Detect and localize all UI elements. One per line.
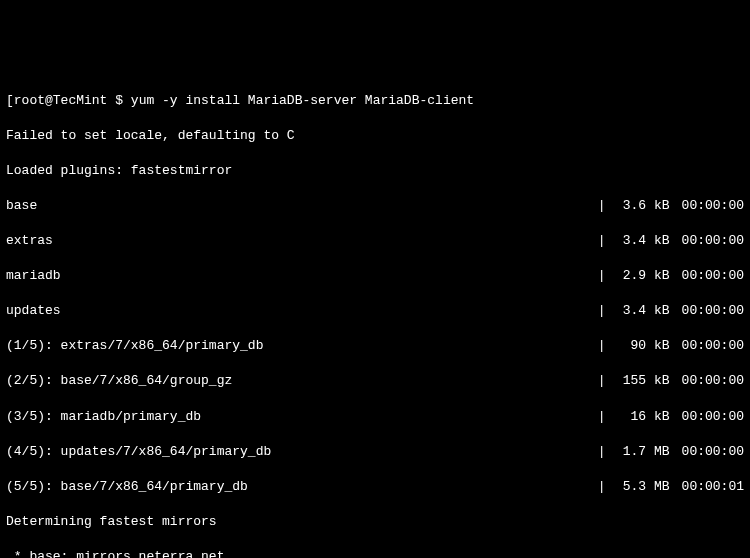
pipe-char: | [594,337,610,355]
repo-line: extras|3.4 kB00:00:00 [6,232,744,250]
download-time: 00:00:00 [670,337,744,355]
download-time: 00:00:00 [670,443,744,461]
repo-size: 3.6 kB [610,197,670,215]
mirrors-header: Determining fastest mirrors [6,513,744,531]
repo-line: updates|3.4 kB00:00:00 [6,302,744,320]
pipe-char: | [594,197,610,215]
download-line: (3/5): mariadb/primary_db|16 kB00:00:00 [6,408,744,426]
download-line: (2/5): base/7/x86_64/group_gz|155 kB00:0… [6,372,744,390]
download-line: (5/5): base/7/x86_64/primary_db|5.3 MB00… [6,478,744,496]
repo-size: 3.4 kB [610,302,670,320]
prompt-separator: $ [115,92,131,110]
download-name: (3/5): mariadb/primary_db [6,408,201,426]
download-size: 5.3 MB [610,478,670,496]
prompt-user-host: [root@TecMint [6,92,115,110]
download-size: 16 kB [610,408,670,426]
mirror-line: * base: mirrors.neterra.net [6,548,744,558]
prompt-line[interactable]: [root@TecMint $ yum -y install MariaDB-s… [6,92,744,110]
repo-name: mariadb [6,267,61,285]
repo-size: 3.4 kB [610,232,670,250]
preamble-line: Loaded plugins: fastestmirror [6,162,744,180]
pipe-char: | [594,302,610,320]
download-time: 00:00:00 [670,372,744,390]
preamble-line: Failed to set locale, defaulting to C [6,127,744,145]
download-size: 90 kB [610,337,670,355]
repo-size: 2.9 kB [610,267,670,285]
repo-line: mariadb|2.9 kB00:00:00 [6,267,744,285]
download-name: (5/5): base/7/x86_64/primary_db [6,478,248,496]
repo-name: extras [6,232,53,250]
download-line: (4/5): updates/7/x86_64/primary_db|1.7 M… [6,443,744,461]
download-size: 155 kB [610,372,670,390]
download-size: 1.7 MB [610,443,670,461]
repo-time: 00:00:00 [670,232,744,250]
download-name: (1/5): extras/7/x86_64/primary_db [6,337,263,355]
pipe-char: | [594,443,610,461]
command-text: yum -y install MariaDB-server MariaDB-cl… [131,92,474,110]
pipe-char: | [594,478,610,496]
repo-line: base|3.6 kB00:00:00 [6,197,744,215]
repo-time: 00:00:00 [670,302,744,320]
download-name: (2/5): base/7/x86_64/group_gz [6,372,232,390]
repo-name: base [6,197,37,215]
download-time: 00:00:01 [670,478,744,496]
download-line: (1/5): extras/7/x86_64/primary_db|90 kB0… [6,337,744,355]
download-name: (4/5): updates/7/x86_64/primary_db [6,443,271,461]
terminal-output: [root@TecMint $ yum -y install MariaDB-s… [6,74,744,558]
repo-time: 00:00:00 [670,197,744,215]
repo-time: 00:00:00 [670,267,744,285]
pipe-char: | [594,267,610,285]
pipe-char: | [594,408,610,426]
pipe-char: | [594,372,610,390]
pipe-char: | [594,232,610,250]
download-time: 00:00:00 [670,408,744,426]
repo-name: updates [6,302,61,320]
